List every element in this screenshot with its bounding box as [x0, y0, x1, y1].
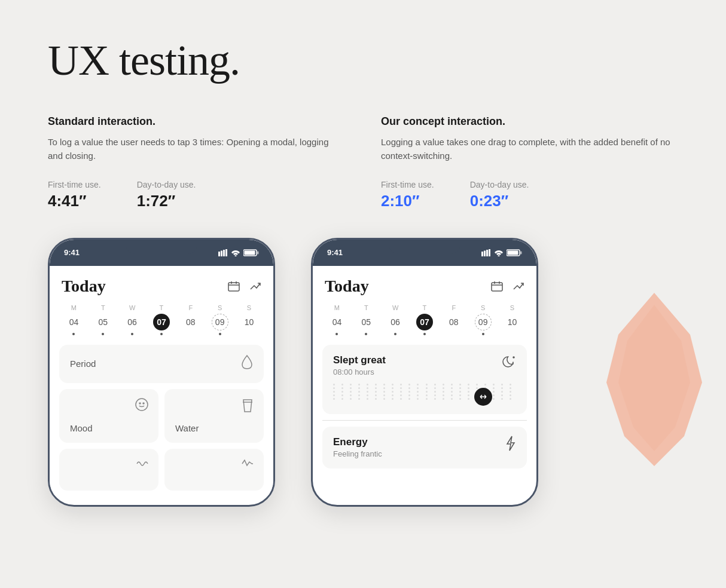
svg-rect-10	[228, 283, 239, 291]
svg-rect-2	[218, 252, 220, 256]
calendar-icon	[228, 281, 240, 292]
day-letter: W	[129, 304, 135, 311]
left-first-value: 4:41″	[48, 192, 101, 210]
day-letter: T	[364, 304, 368, 311]
moon-icon	[501, 353, 517, 373]
right-column-title: Our concept interaction.	[381, 115, 678, 128]
left-phone-status-bar: 9:41	[50, 240, 273, 266]
left-status-icons	[218, 249, 259, 256]
day-dot	[365, 333, 367, 335]
drag-thumb[interactable]	[474, 388, 492, 406]
day-dot	[102, 333, 104, 335]
right-header-icons	[491, 281, 524, 292]
left-first-label: First-time use.	[48, 180, 101, 189]
right-metric-first: First-time use. 2:10″	[381, 180, 434, 210]
svg-rect-20	[486, 250, 488, 256]
right-first-value: 2:10″	[381, 192, 434, 210]
sleep-card[interactable]: Slept great 08:00 hours document.current…	[322, 345, 527, 414]
day-letter: F	[452, 304, 456, 311]
day-dot	[335, 333, 338, 335]
day-col: S09	[212, 304, 228, 335]
day-number[interactable]: 10	[504, 314, 520, 330]
day-letter: M	[71, 304, 77, 311]
day-dot	[423, 333, 426, 335]
right-status-icons	[481, 249, 522, 256]
left-calendar: M04T05W06T07F08S09S10	[50, 302, 273, 339]
day-col: F08	[446, 304, 462, 335]
day-letter: T	[423, 304, 427, 311]
period-card[interactable]: Period	[59, 345, 264, 383]
svg-rect-4	[223, 250, 225, 256]
right-status-time: 9:41	[327, 248, 343, 257]
left-card-container: Period Mood	[50, 339, 273, 497]
day-col: M04	[65, 304, 82, 335]
left-status-time: 9:41	[64, 248, 80, 257]
svg-rect-5	[225, 249, 227, 256]
right-day-label: Day-to-day use.	[470, 180, 529, 189]
energy-card[interactable]: Energy Feeling frantic	[322, 427, 527, 468]
day-number[interactable]: 06	[124, 314, 141, 330]
calendar-icon-r	[491, 281, 503, 292]
svg-rect-21	[489, 249, 490, 256]
right-first-label: First-time use.	[381, 180, 434, 189]
svg-rect-19	[484, 250, 486, 256]
day-letter: T	[160, 304, 164, 311]
day-number[interactable]: 10	[240, 314, 257, 330]
day-col: T07	[416, 304, 433, 335]
left-phone-title: Today	[62, 277, 106, 296]
day-number[interactable]: 07	[416, 314, 433, 330]
day-number[interactable]: 08	[446, 314, 462, 330]
bottom-left-card[interactable]	[59, 449, 158, 491]
sleep-title: Slept great	[333, 354, 516, 366]
left-metric-day: Day-to-day use. 1:72″	[137, 180, 196, 210]
day-number[interactable]: 07	[153, 314, 170, 330]
page-title: UX testing.	[48, 36, 678, 85]
period-label: Period	[70, 359, 96, 369]
day-number[interactable]: 09	[475, 314, 492, 330]
energy-title: Energy	[333, 436, 516, 448]
right-calendar: M04T05W06T07F08S09S10	[313, 302, 536, 339]
right-phone-title: Today	[325, 277, 369, 296]
svg-rect-18	[481, 252, 483, 256]
left-day-value: 1:72″	[137, 192, 196, 210]
left-header-icons	[228, 281, 261, 292]
day-col: F08	[182, 304, 199, 335]
day-number[interactable]: 09	[212, 314, 228, 330]
trend-icon	[249, 281, 261, 292]
svg-point-6	[235, 255, 237, 256]
day-number[interactable]: 04	[328, 314, 345, 330]
mood-water-row: Mood Water	[59, 389, 264, 443]
day-col: W06	[387, 304, 404, 335]
day-col: T05	[358, 304, 374, 335]
day-dot	[394, 333, 396, 335]
svg-rect-26	[492, 283, 502, 291]
lightning-icon	[504, 435, 517, 454]
left-phone: 9:41 Today	[48, 238, 275, 507]
day-letter: W	[392, 304, 398, 311]
day-number[interactable]: 04	[65, 314, 82, 330]
svg-point-15	[139, 403, 141, 404]
svg-point-22	[498, 255, 500, 256]
bottom-right-card[interactable]	[164, 449, 264, 491]
trend-icon-r	[513, 281, 524, 292]
wave-icon	[136, 457, 149, 470]
day-letter: S	[247, 304, 251, 311]
day-col: T07	[153, 304, 170, 335]
svg-rect-3	[221, 250, 222, 256]
smile-icon	[135, 397, 149, 415]
day-col: M04	[328, 304, 345, 335]
mood-card[interactable]: Mood	[59, 389, 158, 443]
day-number[interactable]: 06	[387, 314, 404, 330]
day-dot	[131, 333, 133, 335]
day-col: S09	[475, 304, 492, 335]
water-card[interactable]: Water	[164, 389, 264, 443]
day-dot	[482, 333, 484, 335]
day-number[interactable]: 05	[358, 314, 374, 330]
left-column-title: Standard interaction.	[48, 115, 345, 128]
left-column-desc: To log a value the user needs to tap 3 t…	[48, 135, 345, 163]
day-letter: M	[334, 304, 340, 311]
day-number[interactable]: 08	[182, 314, 199, 330]
day-number[interactable]: 05	[94, 314, 111, 330]
right-phone-status-bar: 9:41	[313, 240, 536, 266]
left-metric-first: First-time use. 4:41″	[48, 180, 101, 210]
